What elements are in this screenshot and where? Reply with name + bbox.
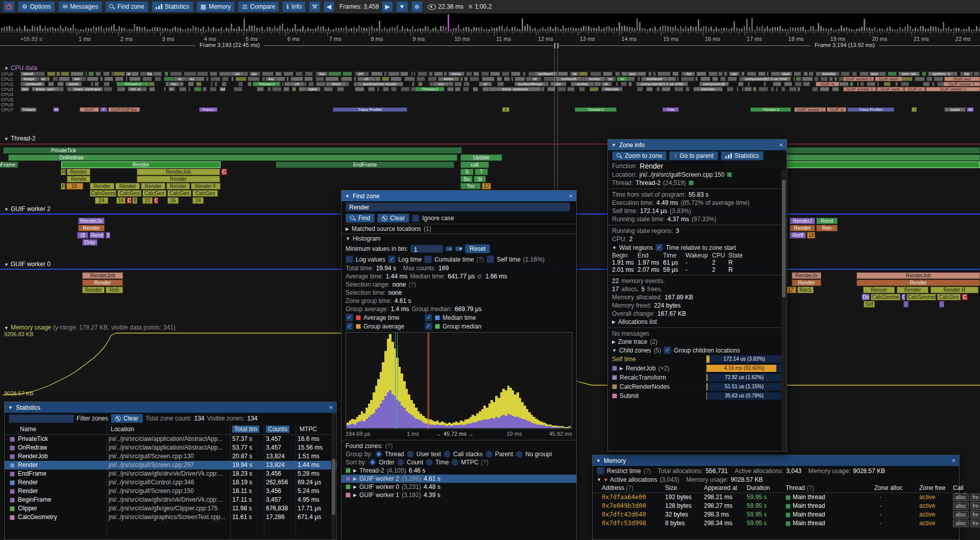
frame-bar[interactable] <box>688 28 689 31</box>
timeline-zone[interactable]: Thread-2 <box>750 107 791 112</box>
timeline-zone[interactable]: I <box>912 107 917 112</box>
frame-bar[interactable] <box>749 27 750 31</box>
timeline-zone[interactable]: composer@ <box>699 82 729 86</box>
timeline-zone[interactable]: Update <box>460 154 502 161</box>
active-allocations-tree-row[interactable]: ▼♥Active allocations(3,043) Memory usage… <box>593 476 959 484</box>
frame-bar[interactable] <box>797 28 799 31</box>
frame-bar[interactable] <box>113 25 115 31</box>
frame-bar[interactable] <box>376 28 378 31</box>
cpu-zone[interactable] <box>149 82 155 86</box>
frame-bar[interactable] <box>297 29 299 31</box>
cpu-zone[interactable] <box>222 77 229 81</box>
cpu-zone[interactable] <box>342 72 352 76</box>
frame-bar[interactable] <box>346 26 347 31</box>
cpu-zone[interactable] <box>852 72 857 76</box>
zone-group-row[interactable]: ▶Thread-2(4,105)6.46 s <box>341 466 576 475</box>
frame-bar[interactable] <box>277 28 278 31</box>
frame-bar[interactable] <box>356 28 357 31</box>
timeline-zone[interactable]: Thread-2 <box>253 82 280 86</box>
frame-bar[interactable] <box>542 27 544 31</box>
timeline-zone[interactable]: Render <box>61 161 220 168</box>
cpu-zone[interactable] <box>411 72 413 76</box>
timeline-zone[interactable]: cfr <box>290 82 304 86</box>
frame-bar[interactable] <box>491 27 493 31</box>
frame-bar[interactable] <box>659 27 661 31</box>
frame-bar[interactable] <box>751 18 753 31</box>
log-values-checkbox[interactable] <box>346 255 353 263</box>
frame-bar[interactable] <box>953 28 954 31</box>
cpu-zone[interactable] <box>91 82 93 86</box>
frame-bar[interactable] <box>596 28 597 31</box>
statistics-row[interactable]: PrivateTickjni/../jni/src/claw/applicati… <box>5 435 336 443</box>
timeline-zone[interactable]: RenderJo <box>792 272 821 279</box>
frame-bar[interactable] <box>721 28 722 31</box>
frame-bar[interactable] <box>940 29 942 31</box>
frame-bar[interactable] <box>317 26 319 31</box>
timeline-zone[interactable]: Render <box>137 176 220 182</box>
timeline-zone[interactable]: kwot <box>326 82 347 86</box>
timeline-zone[interactable]: GUIF worker 2 <box>794 107 826 112</box>
cpu-zone[interactable] <box>803 82 810 86</box>
frame-bar[interactable] <box>864 19 865 31</box>
cpu-zone[interactable] <box>142 77 152 81</box>
free-callstack-button[interactable]: fre <box>970 494 980 501</box>
timeline-zone[interactable]: a <box>126 72 132 76</box>
collapse-arrow-icon[interactable]: ▼ <box>611 143 616 148</box>
timeline-zone[interactable]: 17 <box>482 183 491 190</box>
frame-bar[interactable] <box>251 26 253 31</box>
frame-bar[interactable] <box>139 27 140 31</box>
cpu-zone[interactable] <box>802 77 813 81</box>
frame-bar[interactable] <box>205 30 207 31</box>
frame-bar[interactable] <box>894 30 896 31</box>
frame-bar[interactable] <box>557 28 559 31</box>
cpu-zone[interactable] <box>481 72 489 76</box>
frame-bar[interactable] <box>67 28 69 31</box>
cpu-zone[interactable] <box>286 77 288 81</box>
cpu-zone[interactable] <box>797 87 800 91</box>
statistics-row[interactable]: EndFramejni/../jni/src/claw/gfx/drv/vk/D… <box>5 469 336 478</box>
frame-bar[interactable] <box>246 29 248 31</box>
timeline-zone[interactable]: ka <box>146 72 153 76</box>
frame-bar[interactable] <box>545 29 546 31</box>
frame-bar[interactable] <box>338 28 339 31</box>
timeline-zone[interactable]: in <box>617 77 628 81</box>
frame-bar[interactable] <box>514 27 516 31</box>
current-frame-marker[interactable] <box>448 14 449 31</box>
frame-bar[interactable] <box>353 27 355 31</box>
collapse-arrow-icon[interactable]: ▼ <box>596 458 601 463</box>
frame-bar[interactable] <box>616 28 618 31</box>
timeline-zone[interactable]: kw <box>316 72 328 76</box>
frame-bar[interactable] <box>289 29 291 31</box>
timeline-zone[interactable]: CalcGeome <box>90 190 116 197</box>
info-button[interactable]: ℹInfo <box>282 1 306 12</box>
cpu-zone[interactable] <box>590 72 601 76</box>
cpu-zone[interactable] <box>129 77 141 81</box>
timeline-zone[interactable] <box>3 147 462 154</box>
timeline-zone[interactable]: Rende <box>67 176 90 182</box>
frame-bar[interactable] <box>550 27 551 31</box>
frame-bar[interactable] <box>795 28 796 31</box>
frame-bar[interactable] <box>366 28 368 31</box>
frame-bar[interactable] <box>218 29 219 31</box>
cpu-zone[interactable] <box>674 87 683 91</box>
frame-bar[interactable] <box>532 29 533 31</box>
frame-bar[interactable] <box>509 29 510 31</box>
timeline-zone[interactable]: Ren <box>816 225 838 231</box>
cpu-zone[interactable] <box>857 82 859 86</box>
frame-bar[interactable] <box>404 29 406 31</box>
timeline-zone[interactable]: Sef <box>864 301 875 308</box>
frame-bar[interactable] <box>603 28 605 31</box>
timeline-zone[interactable]: kworke <box>693 87 723 91</box>
frame-bar[interactable] <box>756 26 758 31</box>
timeline-zone[interactable]: Trasyg <box>20 107 37 112</box>
group-children-checkbox[interactable]: ✓ <box>664 346 671 354</box>
child-zone-row[interactable]: RecalcTransform72.92 us (1.62%) <box>608 373 787 382</box>
statistics-row[interactable]: BeginFramejni/../jni/src/claw/gfx/drv/vk… <box>5 496 336 504</box>
frame-bar[interactable] <box>710 27 712 31</box>
cpu-zone[interactable] <box>738 82 744 86</box>
frame-bar[interactable] <box>16 28 18 31</box>
frame-bar[interactable] <box>728 29 730 31</box>
timeline-zone[interactable]: Render <box>166 183 190 190</box>
cpu-zone[interactable] <box>860 72 869 76</box>
wait-column-header[interactable]: Begin <box>612 252 638 259</box>
